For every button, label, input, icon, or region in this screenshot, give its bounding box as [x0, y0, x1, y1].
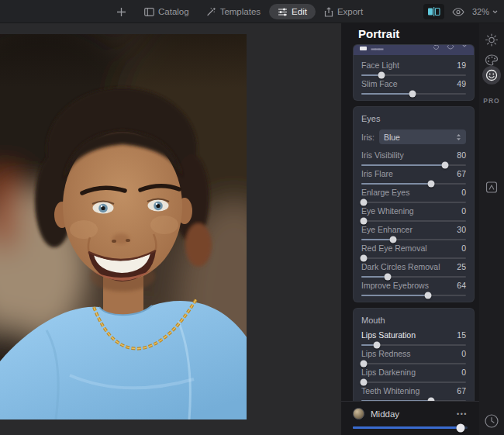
slider-face-light: Face Light 19: [361, 61, 466, 76]
select-chevrons-icon: [456, 133, 461, 141]
slider-value: 0: [461, 350, 466, 358]
panel-cards: Face Light 19 Slim Face 49: [353, 44, 475, 413]
slider-lips-redness: Lips Redness 0: [361, 350, 466, 364]
slider-handle[interactable]: [378, 72, 385, 79]
preset-thumbnail[interactable]: [353, 408, 364, 419]
slider-value: 67: [457, 170, 466, 178]
tab-label: Catalog: [158, 7, 189, 16]
slider-handle[interactable]: [361, 218, 368, 225]
compare-toggle[interactable]: [423, 4, 444, 19]
slider-value: 64: [457, 281, 466, 290]
tab-export[interactable]: Export: [316, 4, 371, 20]
slider-value: 30: [457, 226, 466, 234]
slider-handle[interactable]: [457, 423, 465, 432]
slider-track[interactable]: [361, 93, 466, 95]
slider-label: Lips Saturation: [361, 331, 416, 340]
tab-catalog[interactable]: Catalog: [136, 4, 198, 19]
zoom-level-control[interactable]: 32%: [472, 7, 498, 16]
slider-handle[interactable]: [361, 199, 368, 206]
slider-eye-whitening: Eye Whitening 0: [361, 207, 466, 222]
preview-eye-icon[interactable]: [452, 8, 464, 16]
templates-icon: [206, 7, 216, 16]
history-clock-icon[interactable]: [484, 413, 499, 429]
zoom-level-value: 32%: [472, 7, 489, 16]
slider-fill: [361, 183, 431, 185]
iris-color-select[interactable]: Blue: [379, 129, 466, 144]
eyes-section-title: Eyes: [361, 114, 466, 123]
collapse-icon[interactable]: [461, 45, 468, 50]
face-section-header[interactable]: [354, 45, 474, 55]
slider-lips-saturation: Lips Saturation 15: [361, 331, 466, 346]
slider-enlarge-eyes: Enlarge Eyes 0: [361, 188, 466, 203]
slider-handle[interactable]: [442, 162, 449, 169]
slider-track[interactable]: [361, 239, 466, 240]
slider-track[interactable]: [361, 202, 466, 203]
catalog-icon: [144, 8, 154, 16]
slider-handle[interactable]: [384, 274, 391, 281]
slider-label: Red Eye Removal: [361, 244, 427, 253]
slider-track[interactable]: [361, 381, 466, 383]
slider-track[interactable]: [361, 164, 466, 166]
slider-red-eye-removal: Red Eye Removal 0: [361, 244, 466, 259]
slider-track[interactable]: [361, 276, 466, 278]
slider-value: 80: [457, 151, 466, 160]
slider-iris-visibility: Iris Visibility 80: [361, 151, 466, 166]
slider-handle[interactable]: [374, 342, 381, 349]
slider-track[interactable]: [361, 74, 466, 76]
slider-label: Dark Circles Removal: [361, 263, 440, 271]
slider-label: Teeth Whitening: [361, 387, 419, 395]
iris-selected-value: Blue: [384, 133, 400, 142]
slider-handle[interactable]: [425, 292, 432, 299]
face-section-card: Face Light 19 Slim Face 49: [353, 44, 475, 101]
slider-lips-darkening: Lips Darkening 0: [361, 368, 466, 383]
edit-panel: Portrait Face Light 19: [341, 23, 479, 435]
slider-handle[interactable]: [389, 236, 396, 243]
top-toolbar: Catalog Templates Edit Export: [0, 0, 504, 23]
portrait-photo: [0, 34, 247, 419]
slider-value: 67: [457, 387, 466, 395]
creative-palette-icon[interactable]: [485, 54, 499, 66]
slider-value: 49: [457, 80, 466, 88]
slider-track[interactable]: [361, 257, 466, 259]
photo-frame-icon[interactable]: [486, 181, 498, 193]
mouth-section-card: Mouth Lips Saturation 15 Lips Redness 0: [353, 308, 475, 408]
more-options-icon[interactable]: •••: [457, 410, 468, 418]
slider-handle[interactable]: [409, 91, 416, 98]
slider-dark-circles-removal: Dark Circles Removal 25: [361, 263, 466, 278]
slider-track[interactable]: [361, 344, 466, 346]
slider-slim-face: Slim Face 49: [361, 80, 466, 95]
portrait-face-icon[interactable]: [482, 66, 501, 85]
slider-track[interactable]: [361, 183, 466, 185]
tab-edit[interactable]: Edit: [269, 4, 316, 19]
image-canvas[interactable]: [0, 23, 341, 435]
essentials-sun-icon[interactable]: [485, 33, 499, 47]
slider-handle[interactable]: [361, 255, 368, 262]
slider-label: Improve Eyebrows: [361, 281, 429, 290]
preset-strip: Midday •••: [341, 401, 479, 435]
slider-label: Iris Visibility: [361, 151, 404, 160]
slider-value: 0: [461, 368, 466, 377]
tab-label: Export: [337, 7, 363, 16]
visibility-icon[interactable]: [447, 45, 454, 50]
tab-templates[interactable]: Templates: [198, 4, 269, 19]
slider-label: Face Light: [361, 61, 399, 70]
face-section-checkbox-icon[interactable]: [360, 47, 367, 50]
slider-handle[interactable]: [361, 379, 368, 386]
slider-track[interactable]: [361, 220, 466, 222]
slider-handle[interactable]: [361, 361, 368, 368]
reset-icon[interactable]: [433, 45, 440, 50]
preset-amount-slider[interactable]: [353, 426, 468, 429]
panel-title: Portrait: [358, 27, 399, 40]
slider-label: Iris Flare: [361, 170, 393, 178]
slider-label: Eye Enhancer: [361, 226, 413, 234]
slider-track[interactable]: [361, 295, 466, 296]
app-window: Catalog Templates Edit Export: [0, 0, 504, 435]
pro-tab-label[interactable]: PRO: [483, 97, 499, 105]
slider-fill: [353, 426, 461, 429]
add-button[interactable]: [116, 7, 126, 17]
slider-fill: [361, 239, 393, 240]
slider-track[interactable]: [361, 363, 466, 364]
slider-value: 25: [457, 263, 466, 271]
slider-handle[interactable]: [428, 181, 435, 188]
slider-teeth-whitening: Teeth Whitening 67: [361, 387, 466, 402]
